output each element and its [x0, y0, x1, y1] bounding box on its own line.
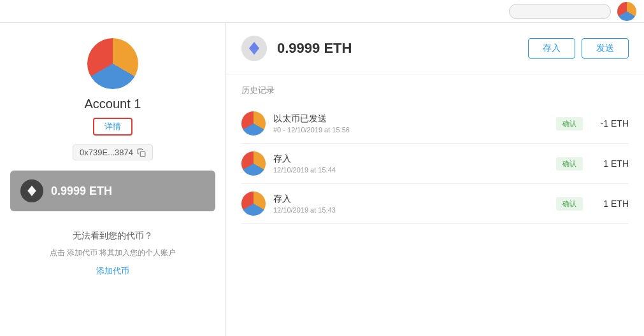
tx-info: 存入 12/10/2019 at 15:43 — [273, 193, 548, 214]
top-bar — [0, 0, 644, 23]
header-eth-icon — [241, 36, 267, 61]
main-layout: Account 1 详情 0x739E...3874 0.9999 ETH 无法… — [0, 23, 644, 336]
detail-button[interactable]: 详情 — [93, 118, 132, 136]
eth-icon — [247, 41, 262, 56]
tx-badge: 确认 — [556, 157, 583, 171]
tx-amount: 1 ETH — [590, 199, 629, 209]
tx-amount: -1 ETH — [590, 118, 629, 129]
header-balance: 0.9999 ETH — [277, 40, 518, 57]
eth-diamond-icon — [25, 185, 38, 197]
tx-subtitle: #0 - 12/10/2019 at 15:56 — [273, 126, 548, 134]
address-bar: 0x739E...3874 — [73, 144, 153, 160]
svg-marker-4 — [249, 42, 259, 50]
deposit-button[interactable]: 存入 — [528, 38, 575, 59]
sidebar: Account 1 详情 0x739E...3874 0.9999 ETH 无法… — [0, 23, 226, 336]
copy-icon[interactable] — [137, 148, 146, 157]
search-bar[interactable] — [509, 4, 611, 19]
tx-avatar — [241, 111, 266, 136]
balance-bar: 0.9999 ETH — [10, 171, 215, 211]
account-avatar — [87, 38, 138, 89]
tx-amount: 1 ETH — [590, 158, 629, 169]
history-label: 历史记录 — [241, 85, 629, 96]
svg-rect-0 — [140, 151, 145, 157]
svg-marker-2 — [27, 186, 36, 192]
app-logo — [8, 2, 27, 21]
no-token-desc: 点击 添加代币 将其加入您的个人账户 — [50, 247, 176, 258]
add-token-link[interactable]: 添加代币 — [96, 266, 129, 276]
sidebar-balance: 0.9999 ETH — [51, 185, 112, 198]
tx-title: 存入 — [273, 193, 548, 205]
no-token-section: 无法看到您的代币？ 点击 添加代币 将其加入您的个人账户 添加代币 — [43, 224, 183, 283]
tx-subtitle: 12/10/2019 at 15:43 — [273, 206, 548, 214]
tx-info: 存入 12/10/2019 at 15:44 — [273, 153, 548, 174]
action-buttons: 存入 发送 — [528, 38, 629, 59]
tx-badge: 确认 — [556, 197, 583, 211]
account-name: Account 1 — [85, 97, 141, 111]
content-header: 0.9999 ETH 存入 发送 — [226, 23, 644, 74]
history-section: 历史记录 以太币已发送 #0 - 12/10/2019 at 15:56 确认 … — [226, 74, 644, 234]
tx-title: 存入 — [273, 153, 548, 165]
address-text: 0x739E...3874 — [80, 148, 133, 157]
content-area: 0.9999 ETH 存入 发送 历史记录 以太币已发送 #0 - 12/10/… — [226, 23, 644, 336]
transaction-list: 以太币已发送 #0 - 12/10/2019 at 15:56 确认 -1 ET… — [241, 104, 629, 224]
tx-avatar — [241, 151, 266, 176]
tx-subtitle: 12/10/2019 at 15:44 — [273, 166, 548, 174]
transaction-item[interactable]: 以太币已发送 #0 - 12/10/2019 at 15:56 确认 -1 ET… — [241, 104, 629, 144]
tx-avatar — [241, 192, 266, 216]
transaction-item[interactable]: 存入 12/10/2019 at 15:43 确认 1 ETH — [241, 184, 629, 224]
transaction-item[interactable]: 存入 12/10/2019 at 15:44 确认 1 ETH — [241, 144, 629, 184]
tx-info: 以太币已发送 #0 - 12/10/2019 at 15:56 — [273, 113, 548, 134]
eth-icon-circle — [20, 179, 43, 202]
send-button[interactable]: 发送 — [582, 38, 629, 59]
user-avatar[interactable] — [617, 2, 636, 21]
tx-badge: 确认 — [556, 117, 583, 130]
no-token-title: 无法看到您的代币？ — [50, 230, 176, 242]
tx-title: 以太币已发送 — [273, 113, 548, 125]
